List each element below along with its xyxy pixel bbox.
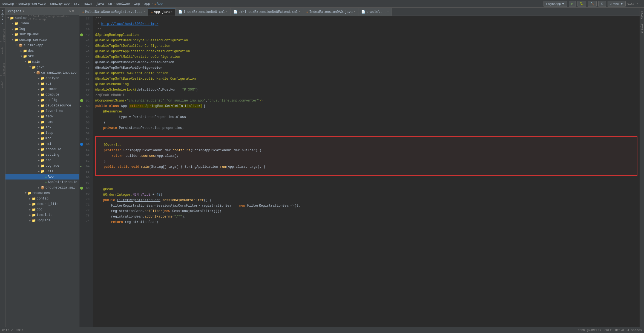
tree-item-home[interactable]: ▶ 📁 home [5,119,79,125]
tree-item-std[interactable]: ▶ 📁 std [5,158,79,163]
build-button[interactable]: 🔨 [588,1,597,7]
breadcrumb-sunline[interactable]: sunline [116,2,130,6]
tree-item-sunimp-service[interactable]: ▼ 📁 sunimp-service [5,37,79,43]
tree-item-upgrade[interactable]: ▶ 📁 upgrade [5,163,79,169]
folder-open-icon: 📁 [23,54,27,59]
code-editor[interactable]: 37 38 39 🟢 40 41 42 43 44 45 46 47 48 49 [79,16,640,327]
debug-button[interactable]: 🐛 [577,1,586,7]
settings-gear-icon[interactable]: ⚙ [69,9,71,13]
breadcrumb-src[interactable]: src [74,2,80,6]
run-button[interactable]: ▶ [569,1,576,7]
tree-item-idea[interactable]: ▶ 📁 .idea [5,21,79,26]
tab-close-icon[interactable]: × [226,10,228,13]
breadcrumb-cn[interactable]: cn [108,2,112,6]
tab-index-extension-dao-xml[interactable]: 📄 IndexExtensionDAO.xml × [176,8,231,16]
breadcrumb-main[interactable]: main [84,2,92,6]
breadcrumb-java[interactable]: java [96,2,104,6]
tree-item-flow[interactable]: ▶ 📁 flow [5,114,79,119]
code-line-52: @ComponentScan({"cn.sunline.dbinit","cn.… [95,98,637,103]
tree-item-common[interactable]: ▶ 📁 common [5,86,79,92]
line-43: 43 [79,49,92,54]
tree-item-org-netezza[interactable]: ▶ 📦 org.netezza.sql [5,185,79,190]
engine-app-label: EngineApp [546,2,561,5]
layout-icon[interactable]: ⊞ [72,9,74,13]
close-panel-icon[interactable]: − [75,9,77,13]
code-line-59 [96,137,637,142]
tab-app-java[interactable]: ☕ App.java × [148,8,176,16]
tree-item-label: upgrade [37,219,50,222]
sidebar-item-jrebel[interactable]: JRebel [0,77,5,93]
tab-multidatasource[interactable]: ☕ MultiDataSourceRegister.class × [79,8,148,16]
breadcrumb-App[interactable]: App [157,2,163,6]
tree-item-favorites[interactable]: ▶ 📁 favorites [5,108,79,114]
tree-item-template[interactable]: ▶ 📁 template [5,212,79,218]
tab-close-icon[interactable]: × [171,11,173,14]
sidebar-item-structure[interactable]: Z: Structure [0,26,5,42]
tree-item-App[interactable]: ☕ App [5,174,79,179]
tree-item-sunimp-doc[interactable]: ▶ 📁 sunimp-doc [5,32,79,37]
tree-item-log[interactable]: ▶ 📁 log [5,26,79,32]
tree-item-package[interactable]: ▼ 📦 cn.sunline.imp.app [5,70,79,76]
tree-item-ds-datasource[interactable]: ▶ 📁 ds.datasource [5,103,79,108]
tree-expand-arrow: ▼ [33,71,36,74]
right-tab-maven[interactable]: Maven [640,9,644,21]
tree-item-setting[interactable]: ▶ 📁 setting [5,152,79,158]
tab-dm-extend-xml[interactable]: 📄 dm\IndexExtensionDAOExtend.xml × [231,8,303,16]
breadcrumb-sunimp[interactable]: sunimp [2,2,14,6]
folder-open-icon: 📁 [14,38,18,42]
tab-index-extension-dao-java[interactable]: ☕ IndexExtensionDAO.java × [303,8,358,16]
tree-item-util[interactable]: ▶ 📁 util [5,169,79,174]
sidebar-item-commit[interactable]: Commit [0,43,5,59]
run-gutter-icon[interactable]: ▶ [80,105,82,108]
tab-close-icon[interactable]: × [354,10,355,13]
tree-item-java[interactable]: ▼ 📁 java [5,65,79,70]
tree-expand-arrow: ▶ [11,22,14,25]
tree-expand-arrow: ▶ [28,197,32,200]
breadcrumb-app[interactable]: app [144,2,150,6]
tab-oracle[interactable]: 📄 oracle\... × [358,8,392,16]
breadcrumb-sunimp-app[interactable]: sunimp-app [50,2,70,6]
tree-item-mod[interactable]: ▶ 📁 mod [5,136,79,141]
tab-close-icon[interactable]: × [299,10,300,13]
jrebel-selector[interactable]: JRebel ▼ [608,1,626,7]
tree-item-main[interactable]: ▼ 📁 main [5,59,79,65]
tree-item-sunimp[interactable]: ▼ 📁 sunimp D:\Sunline\guangzhou\dev-v5.0… [5,15,79,21]
tree-item-AppDbInitModule[interactable]: ☕ AppDbInitModule [5,179,79,185]
tree-item-compute[interactable]: ▶ 📁 compute [5,92,79,97]
folder-icon: 📁 [41,147,45,152]
tree-item-label: AppDbInitModule [48,180,77,184]
tree-item-idx[interactable]: ▶ 📁 idx [5,125,79,130]
tree-expand-arrow: ▶ [37,159,41,162]
settings-button[interactable]: ⚙ [598,1,606,7]
right-tab-gradle[interactable]: Gradle [640,21,644,36]
tree-item-upgrade2[interactable]: ▶ 📁 upgrade [5,218,79,223]
tree-item-doc[interactable]: ▶ 📁 doc [5,48,79,54]
tree-item-doc2[interactable]: ▶ 📁 doc [5,207,79,212]
tree-item-config[interactable]: ▶ 📁 config [5,97,79,103]
tree-expand-arrow: ▶ [11,33,14,36]
run-gutter-icon2[interactable]: ▶ [80,165,82,168]
tree-item-src[interactable]: ▼ 📁 src [5,54,79,59]
tree-item-rmi[interactable]: ▶ 📁 rmi [5,141,79,147]
sidebar-item-project[interactable]: 1: Project [0,9,5,25]
tree-item-config2[interactable]: ▶ 📁 config [5,196,79,201]
jrebel-dropdown-icon: ▼ [620,2,623,5]
breadcrumb-sunimp-service[interactable]: sunimp-service [18,2,46,6]
tree-item-resources[interactable]: ▼ 📁 resources [5,190,79,196]
tree-item-demand-file[interactable]: ▶ 📁 demand_file [5,201,79,207]
breadcrumb-imp[interactable]: imp [134,2,140,6]
engine-app-selector[interactable]: EngineApp ▼ [544,1,567,7]
tab-close-icon[interactable]: × [387,10,389,13]
tree-item-sunimp-app[interactable]: ▼ 📦 sunimp-app [5,43,79,48]
tab-close-icon[interactable]: × [143,10,145,13]
tree-item-label: schedule [45,147,61,151]
dropdown-arrow[interactable]: ▼ [22,10,24,13]
code-content[interactable]: /** * http://localhost:8080/sunimp/ */ @… [93,16,640,327]
tree-item-api[interactable]: ▶ 📁 api [5,81,79,86]
tree-item-issp[interactable]: ▶ 📁 issp [5,130,79,136]
folder-icon: 📁 [41,87,45,91]
tree-item-analyse[interactable]: ▶ 📁 analyse [5,76,79,81]
sidebar-item-favorites[interactable]: 2: Favorites [0,60,5,76]
tree-item-schedule[interactable]: ▶ 📁 schedule [5,147,79,152]
tree-item-label: java [37,65,45,69]
